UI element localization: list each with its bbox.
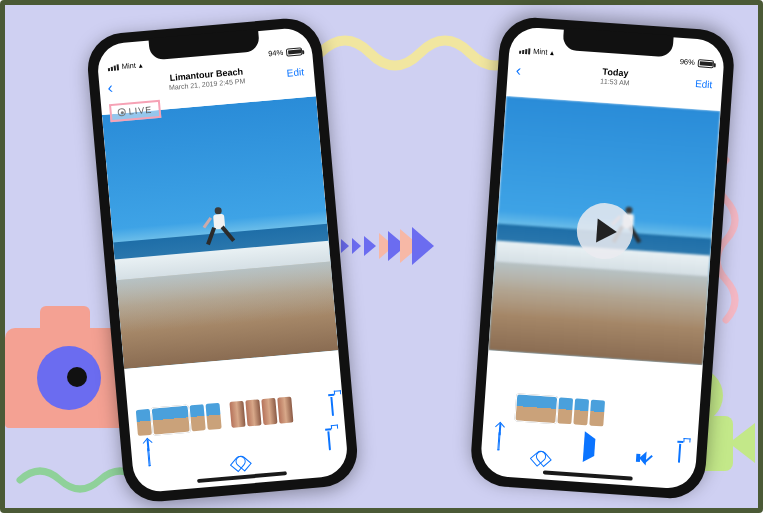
play-button-toolbar[interactable] xyxy=(583,438,595,457)
thumbnail[interactable] xyxy=(557,397,573,424)
carrier-label: Mint xyxy=(533,47,548,57)
thumbnail[interactable] xyxy=(190,404,206,431)
wifi-icon: ▴ xyxy=(138,60,143,69)
live-photo-viewer[interactable] xyxy=(102,96,338,369)
nav-title-line2: 11:53 AM xyxy=(600,77,630,87)
wifi-icon: ▴ xyxy=(550,48,555,57)
thumbnail[interactable] xyxy=(277,397,293,424)
screen-right: Mint ▴ 96% ‹ Today 11:53 AM Edit xyxy=(480,26,726,490)
thumbnail-selected[interactable] xyxy=(152,406,190,435)
thumbnail[interactable] xyxy=(205,403,221,430)
nav-title: Today 11:53 AM xyxy=(600,68,631,88)
play-icon xyxy=(583,431,596,463)
phone-left: Mint ▴ 94% ‹ Limantour Beach March 21, 2… xyxy=(85,16,360,505)
trash-button[interactable] xyxy=(678,445,681,463)
runner-figure xyxy=(205,206,233,254)
trash-icon xyxy=(678,444,681,463)
battery-icon xyxy=(698,59,715,68)
share-button[interactable] xyxy=(147,448,151,466)
share-button[interactable] xyxy=(497,432,500,450)
thumbnail[interactable] xyxy=(261,398,277,425)
edit-button[interactable]: Edit xyxy=(286,66,304,78)
share-icon xyxy=(497,432,500,450)
live-icon xyxy=(117,108,126,117)
trash-icon xyxy=(327,431,331,450)
signal-icon xyxy=(519,47,530,54)
home-indicator[interactable] xyxy=(196,471,286,483)
illustration-canvas: Mint ▴ 94% ‹ Limantour Beach March 21, 2… xyxy=(0,0,763,513)
carrier-label: Mint xyxy=(121,61,136,71)
phone-right: Mint ▴ 96% ‹ Today 11:53 AM Edit xyxy=(469,15,736,500)
battery-percent: 96% xyxy=(680,57,696,67)
live-label: LIVE xyxy=(128,105,152,117)
thumbnail-selected[interactable] xyxy=(515,394,557,423)
thumbnail[interactable] xyxy=(573,398,589,425)
back-button[interactable]: ‹ xyxy=(107,79,114,97)
trash-button[interactable] xyxy=(327,432,331,450)
screen-left: Mint ▴ 94% ‹ Limantour Beach March 21, 2… xyxy=(96,26,349,493)
thumbnail[interactable] xyxy=(136,409,152,436)
nav-title: Limantour Beach March 21, 2019 2:45 PM xyxy=(168,68,246,92)
battery-icon xyxy=(286,47,303,56)
home-indicator[interactable] xyxy=(542,470,632,480)
video-viewer[interactable] xyxy=(488,96,720,365)
signal-icon xyxy=(108,64,119,71)
thumbnail[interactable] xyxy=(245,399,261,426)
thumbnail[interactable] xyxy=(589,400,605,427)
battery-percent: 94% xyxy=(268,48,284,58)
edit-button[interactable]: Edit xyxy=(695,78,713,90)
back-button[interactable]: ‹ xyxy=(515,62,522,80)
share-icon xyxy=(147,448,151,466)
thumbnail[interactable] xyxy=(229,401,245,428)
